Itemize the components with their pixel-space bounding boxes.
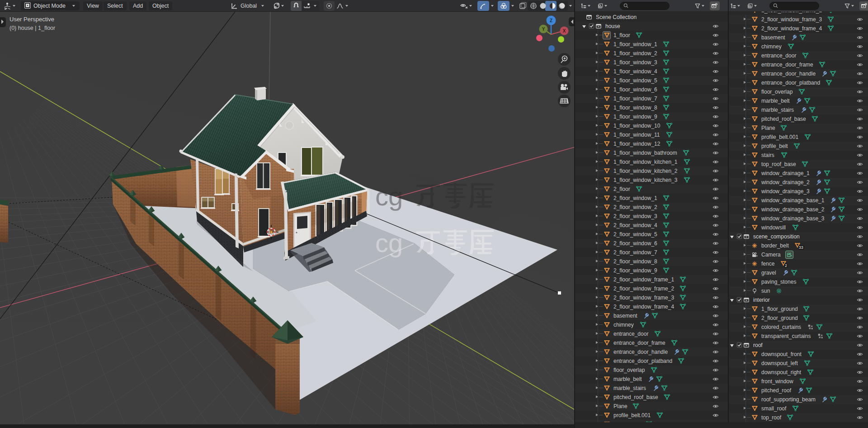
- svg-text:cg: cg: [375, 181, 403, 211]
- svg-text:Y: Y: [542, 27, 545, 32]
- svg-text:Z: Z: [550, 18, 552, 23]
- svg-text:X: X: [563, 29, 566, 33]
- svg-text:cg: cg: [375, 228, 403, 257]
